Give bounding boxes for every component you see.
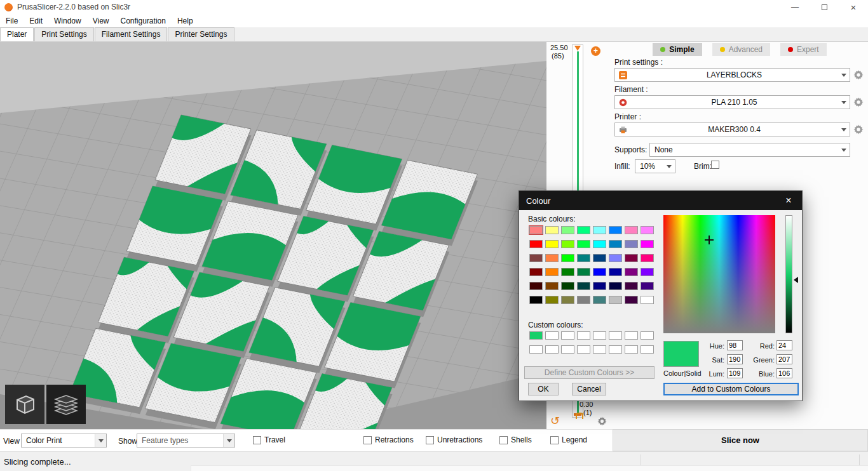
custom-colour-swatch[interactable] [561, 331, 574, 340]
tab-plater[interactable]: Plater [0, 27, 34, 41]
basic-colour-swatch[interactable] [641, 296, 654, 304]
brim-checkbox[interactable] [711, 161, 719, 169]
lum-input[interactable] [727, 368, 743, 378]
view-select[interactable]: Color Print [21, 434, 107, 448]
basic-colour-swatch[interactable] [545, 268, 559, 276]
custom-colour-swatch[interactable] [609, 331, 622, 340]
basic-colour-swatch[interactable] [609, 282, 622, 290]
retractions-checkbox[interactable]: Retractions [363, 435, 414, 444]
basic-colour-swatch[interactable] [593, 296, 606, 304]
menu-file[interactable]: File [0, 17, 24, 25]
custom-colour-swatch[interactable] [529, 345, 543, 354]
travel-checkbox-box[interactable] [253, 436, 261, 444]
custom-colour-swatch[interactable] [577, 345, 590, 354]
filament-gear-icon[interactable] [853, 97, 864, 108]
undo-icon[interactable]: ↺ [550, 414, 560, 428]
tab-filament-settings[interactable]: Filament Settings [95, 27, 168, 41]
custom-colour-swatch[interactable] [641, 345, 654, 354]
show-select[interactable]: Feature types [137, 434, 235, 448]
luminance-bar[interactable] [785, 215, 792, 333]
sat-input[interactable] [727, 354, 743, 364]
basic-colour-swatch[interactable] [641, 240, 654, 248]
basic-colour-swatch[interactable] [625, 296, 638, 304]
basic-colour-swatch[interactable] [609, 226, 622, 234]
legend-checkbox[interactable]: Legend [550, 435, 587, 444]
horizontal-scrollbar[interactable] [191, 465, 868, 471]
unretractions-checkbox-box[interactable] [426, 436, 434, 444]
custom-colour-swatch[interactable] [545, 331, 559, 340]
print-settings-gear-icon[interactable] [853, 70, 864, 81]
basic-colour-swatch[interactable] [545, 226, 559, 234]
basic-colour-swatch[interactable] [641, 268, 654, 276]
basic-colour-swatch[interactable] [577, 268, 590, 276]
custom-colour-swatch[interactable] [545, 345, 559, 354]
menu-window[interactable]: Window [48, 17, 87, 25]
print-settings-select[interactable]: LAYERBLOCKS [614, 68, 850, 82]
blue-input[interactable] [776, 368, 792, 378]
basic-colour-swatch[interactable] [545, 254, 559, 262]
shells-checkbox-box[interactable] [499, 436, 508, 444]
close-button[interactable]: × [839, 0, 868, 14]
custom-colour-swatch[interactable] [609, 345, 622, 354]
hue-saturation-field[interactable] [663, 215, 775, 333]
basic-colour-swatch[interactable] [561, 240, 574, 248]
basic-colour-swatch[interactable] [593, 254, 606, 262]
maximize-button[interactable] [810, 0, 839, 14]
red-input[interactable] [776, 340, 792, 350]
layer-slider-upper-handle[interactable] [574, 46, 581, 51]
basic-colour-swatch[interactable] [625, 282, 638, 290]
hue-input[interactable] [727, 340, 743, 350]
menu-view[interactable]: View [87, 17, 115, 25]
basic-colour-swatch[interactable] [641, 282, 654, 290]
menu-help[interactable]: Help [172, 17, 199, 25]
menu-configuration[interactable]: Configuration [115, 17, 172, 25]
basic-colour-swatch[interactable] [577, 226, 590, 234]
basic-colour-swatch[interactable] [625, 240, 638, 248]
colour-dialog-titlebar[interactable]: Colour × [519, 191, 802, 210]
slice-now-button[interactable]: Slice now [613, 429, 868, 451]
basic-colour-swatch[interactable] [561, 282, 574, 290]
basic-colour-swatch[interactable] [625, 226, 638, 234]
basic-colour-swatch[interactable] [609, 240, 622, 248]
view-3d-button[interactable] [5, 385, 44, 424]
mode-expert[interactable]: Expert [780, 43, 827, 56]
basic-colour-swatch[interactable] [561, 296, 574, 304]
basic-colour-swatch[interactable] [545, 282, 559, 290]
custom-colour-swatch[interactable] [577, 331, 590, 340]
basic-colour-swatch[interactable] [593, 282, 606, 290]
colour-crosshair-icon[interactable] [705, 236, 714, 244]
basic-colour-swatch[interactable] [625, 268, 638, 276]
custom-colour-swatch[interactable] [625, 331, 638, 340]
basic-colour-swatch[interactable] [545, 240, 559, 248]
infill-select[interactable]: 10% [635, 159, 675, 173]
mode-simple[interactable]: Simple [653, 43, 702, 56]
mode-advanced[interactable]: Advanced [712, 43, 770, 56]
basic-colour-swatch[interactable] [625, 254, 638, 262]
travel-checkbox[interactable]: Travel [253, 435, 285, 444]
basic-colour-swatch[interactable] [529, 240, 543, 248]
basic-colour-swatch[interactable] [593, 226, 606, 234]
legend-checkbox-box[interactable] [550, 436, 559, 444]
luminance-arrow-icon[interactable] [794, 277, 798, 283]
custom-colour-swatch[interactable] [641, 331, 654, 340]
basic-colour-swatch[interactable] [529, 296, 543, 304]
supports-select[interactable]: None [649, 143, 850, 157]
basic-colour-swatch[interactable] [561, 254, 574, 262]
basic-colour-swatch[interactable] [577, 296, 590, 304]
basic-colour-swatch[interactable] [593, 268, 606, 276]
basic-colour-swatch[interactable] [577, 254, 590, 262]
menu-edit[interactable]: Edit [24, 17, 48, 25]
tab-printer-settings[interactable]: Printer Settings [168, 27, 234, 41]
basic-colour-swatch[interactable] [609, 254, 622, 262]
custom-colour-swatch[interactable] [593, 345, 606, 354]
shells-checkbox[interactable]: Shells [499, 435, 532, 444]
basic-colour-swatch[interactable] [561, 226, 574, 234]
basic-colour-swatch[interactable] [577, 240, 590, 248]
retractions-checkbox-box[interactable] [363, 436, 372, 444]
3d-viewport[interactable] [0, 42, 546, 429]
printer-select[interactable]: MAKER300 0.4 [614, 123, 850, 136]
add-to-custom-colours-button[interactable]: Add to Custom Colours [663, 383, 799, 395]
basic-colour-swatch[interactable] [545, 296, 559, 304]
basic-colour-swatch[interactable] [641, 226, 654, 234]
custom-colour-swatch[interactable] [561, 345, 574, 354]
